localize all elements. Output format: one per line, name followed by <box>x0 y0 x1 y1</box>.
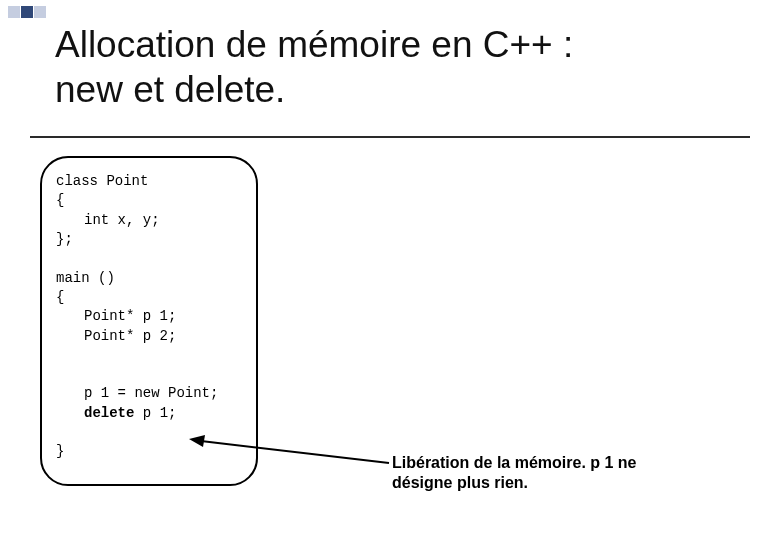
code-l4: }; <box>56 231 73 247</box>
corner-decoration-row2 <box>8 19 33 31</box>
title-underline <box>30 136 750 138</box>
code-l3: int x, y; <box>56 211 242 230</box>
slide-title: Allocation de mémoire en C++ : new et de… <box>55 22 573 112</box>
code-l7: Point* p 1; <box>56 307 242 326</box>
caption-line-2: désigne plus rien. <box>392 474 528 491</box>
annotation-caption: Libération de la mémoire. p 1 ne désigne… <box>392 453 712 493</box>
code-l10-rest: p 1; <box>134 405 176 421</box>
code-l2: { <box>56 192 64 208</box>
code-l6: { <box>56 289 64 305</box>
code-l9: p 1 = new Point; <box>56 384 242 403</box>
code-delete-keyword: delete <box>84 405 134 421</box>
code-l8: Point* p 2; <box>56 327 242 346</box>
corner-decoration <box>8 6 46 18</box>
caption-line-1: Libération de la mémoire. p 1 ne <box>392 454 637 471</box>
code-l1: class Point <box>56 173 148 189</box>
code-l5: main () <box>56 270 115 286</box>
code-l10: delete p 1; <box>56 404 242 423</box>
title-line-2: new et delete. <box>55 69 285 110</box>
title-line-1: Allocation de mémoire en C++ : <box>55 24 573 65</box>
code-block: class Point { int x, y;}; main () { Poin… <box>40 156 258 486</box>
code-l11: } <box>56 443 64 459</box>
